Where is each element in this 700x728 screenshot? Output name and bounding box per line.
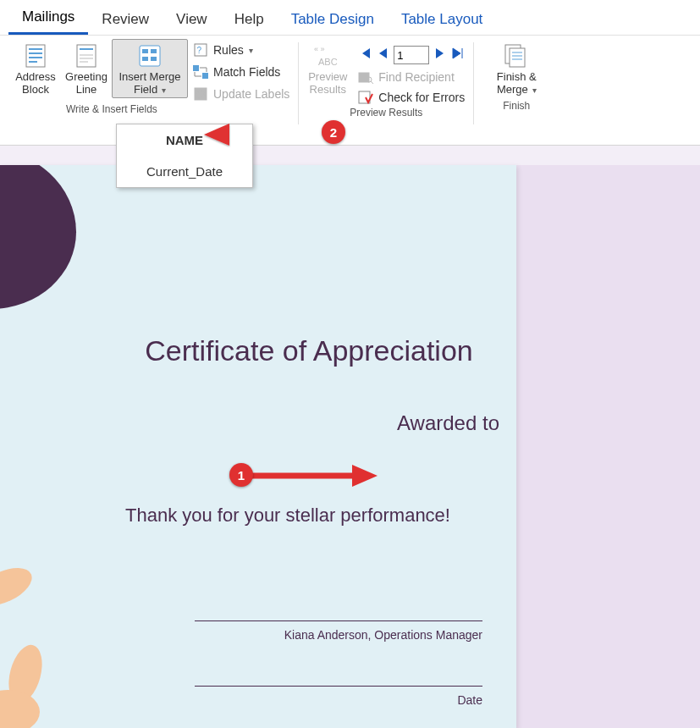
svg-rect-10 (140, 46, 160, 66)
find-recipient-button: Find Recipient (358, 69, 465, 85)
date-label[interactable]: Date (195, 693, 482, 707)
record-number-input[interactable] (394, 46, 429, 64)
annotation-badge-1: 1 (229, 463, 253, 487)
match-fields-icon (193, 64, 208, 80)
svg-rect-0 (26, 45, 45, 67)
signer-name[interactable]: Kiana Anderson, Operations Manager (195, 628, 482, 642)
date-line (195, 686, 482, 687)
finish-merge-icon (501, 41, 532, 71)
tab-mailings[interactable]: Mailings (8, 3, 88, 35)
prev-record-button[interactable] (377, 47, 389, 63)
group-finish: Finish & Merge ▾ Finish (474, 36, 559, 145)
address-block-icon (20, 41, 51, 71)
first-record-button[interactable] (358, 47, 372, 63)
svg-rect-12 (151, 49, 157, 53)
tab-help[interactable]: Help (221, 6, 278, 35)
document-canvas: Certificate of Appreciation Awarded to T… (0, 165, 700, 728)
tab-review[interactable]: Review (88, 6, 163, 35)
record-navigator (358, 42, 465, 64)
last-record-button[interactable] (451, 47, 465, 63)
svg-rect-27 (510, 48, 525, 67)
merge-field-item-current-date[interactable]: Current_Date (117, 156, 252, 187)
certificate-title[interactable]: Certificate of Appreciation (0, 334, 499, 367)
rules-icon: ? (193, 42, 208, 58)
decorative-blob (0, 690, 40, 728)
update-labels-icon (193, 86, 208, 102)
group-label-preview: Preview Results (350, 107, 422, 122)
signature-block: Kiana Anderson, Operations Manager Date (195, 620, 482, 707)
tab-table-layout[interactable]: Table Layout (388, 6, 496, 35)
chevron-down-icon: ▾ (530, 85, 537, 95)
svg-rect-18 (202, 73, 208, 79)
svg-text:?: ? (197, 46, 202, 55)
insert-merge-field-button[interactable]: Insert Merge Field ▾ (112, 39, 188, 98)
annotation-badge-2: 2 (322, 120, 345, 144)
address-block-button[interactable]: Address Block (10, 39, 61, 98)
chevron-down-icon: ▾ (249, 46, 253, 55)
greeting-line-button[interactable]: Greeting Line (61, 39, 112, 98)
chevron-down-icon: ▾ (159, 85, 166, 95)
tab-bar: Mailings Review View Help Table Design T… (0, 0, 700, 36)
preview-results-button: « »ABC Preview Results (302, 39, 353, 98)
svg-text:ABC: ABC (318, 57, 338, 67)
awarded-to-label[interactable]: Awarded to (0, 411, 499, 435)
rules-button[interactable]: ? Rules ▾ (193, 42, 289, 58)
match-fields-button[interactable]: Match Fields (193, 64, 289, 80)
svg-rect-11 (142, 49, 148, 53)
tab-view[interactable]: View (163, 6, 221, 35)
svg-rect-5 (77, 45, 96, 67)
group-label-write-insert: Write & Insert Fields (3, 103, 157, 119)
svg-line-24 (371, 81, 373, 84)
check-errors-button[interactable]: Check for Errors (358, 90, 465, 105)
thanks-text[interactable]: Thank you for your stellar performance! (0, 505, 499, 527)
next-record-button[interactable] (434, 47, 446, 63)
document-page[interactable]: Certificate of Appreciation Awarded to T… (0, 165, 516, 728)
svg-rect-17 (193, 65, 199, 71)
finish-merge-button[interactable]: Finish & Merge ▾ (491, 39, 542, 98)
svg-text:« »: « » (314, 45, 325, 53)
insert-merge-field-icon (135, 41, 165, 71)
svg-rect-13 (142, 57, 148, 61)
svg-marker-34 (352, 465, 378, 487)
find-recipient-icon (358, 69, 373, 85)
decorative-blob (0, 165, 76, 309)
preview-results-icon: « »ABC (312, 41, 343, 71)
svg-marker-32 (204, 124, 229, 146)
group-label-finish: Finish (503, 100, 530, 115)
update-labels-button: Update Labels (193, 86, 289, 102)
check-errors-icon (358, 90, 373, 105)
signature-line (195, 620, 482, 621)
greeting-line-icon (71, 41, 102, 71)
tab-table-design[interactable]: Table Design (278, 6, 388, 35)
svg-rect-14 (151, 57, 157, 61)
